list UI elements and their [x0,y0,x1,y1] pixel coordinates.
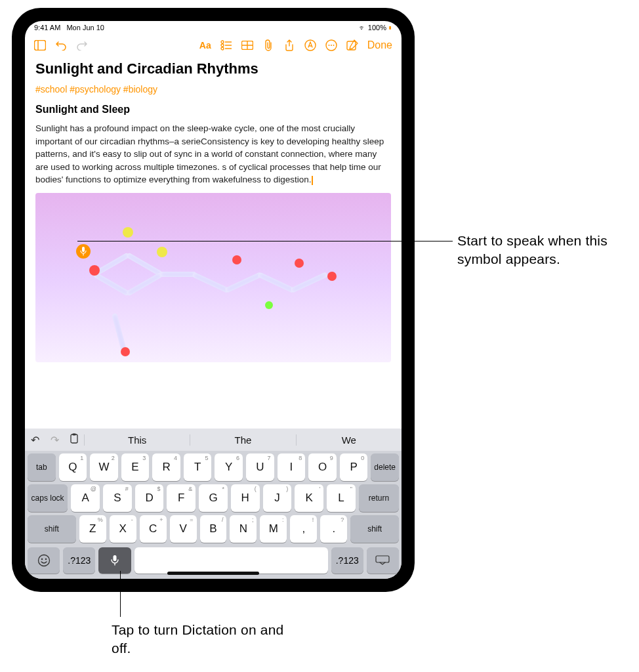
svg-point-15 [333,45,334,46]
key-e[interactable]: E3 [121,453,150,481]
svg-point-4 [221,44,224,47]
status-bar: 9:41 AM Mon Jun 10 ᯤ 100% ▮ [25,21,402,33]
note-body[interactable]: Sunlight has a profound impact on the sl… [35,122,391,186]
share-icon[interactable] [281,37,298,54]
key-x[interactable]: X- [110,515,136,543]
key-b[interactable]: B/ [200,515,227,543]
microphone-icon [80,247,87,256]
svg-rect-24 [376,556,389,562]
callout-right: Start to speak when this symbol appears. [457,232,639,269]
attach-icon[interactable] [260,37,277,54]
screen: 9:41 AM Mon Jun 10 ᯤ 100% ▮ Aa [25,21,402,579]
key-,[interactable]: ,! [290,515,317,543]
molecule-image[interactable] [35,193,391,362]
key-c[interactable]: C+ [140,515,167,543]
key-l[interactable]: L" [327,484,356,512]
key-p[interactable]: P0 [340,453,368,481]
key-f[interactable]: F& [167,484,196,512]
kb-undo-icon[interactable]: ↶ [25,434,45,446]
kb-clipboard-icon[interactable] [64,433,84,446]
note-body-text: Sunlight has a profound impact on the sl… [35,123,384,184]
key-h[interactable]: H( [231,484,260,512]
suggestion-3[interactable]: We [296,434,402,446]
sidebar-icon[interactable] [31,37,49,54]
format-icon[interactable]: Aa [197,37,214,54]
key-w[interactable]: W2 [90,453,118,481]
key-space[interactable] [134,547,328,574]
notes-toolbar: Aa Done [25,33,402,56]
svg-rect-23 [113,555,116,561]
key-.[interactable]: .? [320,515,347,543]
key-j[interactable]: J) [263,484,292,512]
key-n[interactable]: N; [230,515,257,543]
table-icon[interactable] [239,37,256,54]
key-emoji[interactable] [28,547,60,574]
undo-icon[interactable] [52,37,70,54]
key-u[interactable]: U7 [246,453,274,481]
markup-icon[interactable] [302,37,319,54]
key-return[interactable]: return [359,484,399,512]
note-tags[interactable]: #school #psychology #biology [35,84,391,94]
note-subheading[interactable]: Sunlight and Sleep [35,104,391,116]
key-numbers-right[interactable]: .?123 [331,547,363,574]
svg-point-21 [41,558,42,560]
key-g[interactable]: G* [199,484,228,512]
status-time: 9:41 AM [34,24,60,32]
callout-line-right [77,241,453,242]
svg-point-2 [221,41,224,43]
key-shift-left[interactable]: shift [28,515,76,543]
key-k[interactable]: K' [295,484,323,512]
battery-icon: ▮ [388,24,392,32]
key-a[interactable]: A@ [71,484,100,512]
key-shift-right[interactable]: shift [350,515,399,543]
key-dictation[interactable] [98,547,131,574]
svg-rect-19 [73,434,76,436]
callout-line-bottom [120,571,121,617]
onscreen-keyboard: ↶ ↷ This The We tab Q1W2E3R4T5Y6U7I8O9P0… [25,429,402,579]
key-z[interactable]: Z% [79,515,106,543]
checklist-icon[interactable] [218,37,235,54]
svg-point-22 [45,558,46,560]
microphone-icon [110,555,119,566]
svg-rect-18 [71,434,77,443]
wifi-icon: ᯤ [359,24,366,32]
key-o[interactable]: O9 [308,453,337,481]
key-numbers-left[interactable]: .?123 [63,547,95,574]
key-i[interactable]: I8 [278,453,306,481]
svg-rect-0 [35,41,46,51]
key-delete[interactable]: delete [371,453,399,481]
suggestion-2[interactable]: The [190,434,295,446]
callout-bottom: Tap to turn Dictation on and off. [112,621,295,658]
kb-redo-icon[interactable]: ↷ [45,434,64,446]
suggestion-1[interactable]: This [84,434,190,446]
svg-point-14 [331,45,332,46]
compose-icon[interactable] [344,37,361,54]
note-content[interactable]: Sunlight and Circadian Rhythms #school #… [25,56,402,429]
key-capslock[interactable]: caps lock [28,484,68,512]
key-d[interactable]: D$ [135,484,164,512]
key-y[interactable]: Y6 [215,453,243,481]
key-hide-keyboard[interactable] [367,547,399,574]
svg-point-13 [328,45,329,46]
more-icon[interactable] [323,37,340,54]
svg-rect-17 [82,247,85,252]
done-button[interactable]: Done [365,39,395,51]
key-v[interactable]: V= [170,515,197,543]
battery-percent: 100% [368,24,386,32]
key-q[interactable]: Q1 [59,453,87,481]
home-indicator[interactable] [167,572,259,575]
key-tab[interactable]: tab [28,453,56,481]
keyboard-suggestion-bar: ↶ ↷ This The We [25,429,402,451]
ipad-frame: 9:41 AM Mon Jun 10 ᯤ 100% ▮ Aa [12,8,415,592]
key-m[interactable]: M: [260,515,287,543]
svg-point-6 [221,47,224,50]
key-t[interactable]: T5 [184,453,212,481]
text-cursor [312,176,313,185]
note-title[interactable]: Sunlight and Circadian Rhythms [35,60,391,77]
key-s[interactable]: S# [103,484,132,512]
status-date: Mon Jun 10 [66,24,104,32]
dictation-indicator [76,244,91,259]
svg-point-20 [38,555,49,566]
key-r[interactable]: R4 [152,453,180,481]
redo-icon[interactable] [73,37,91,54]
